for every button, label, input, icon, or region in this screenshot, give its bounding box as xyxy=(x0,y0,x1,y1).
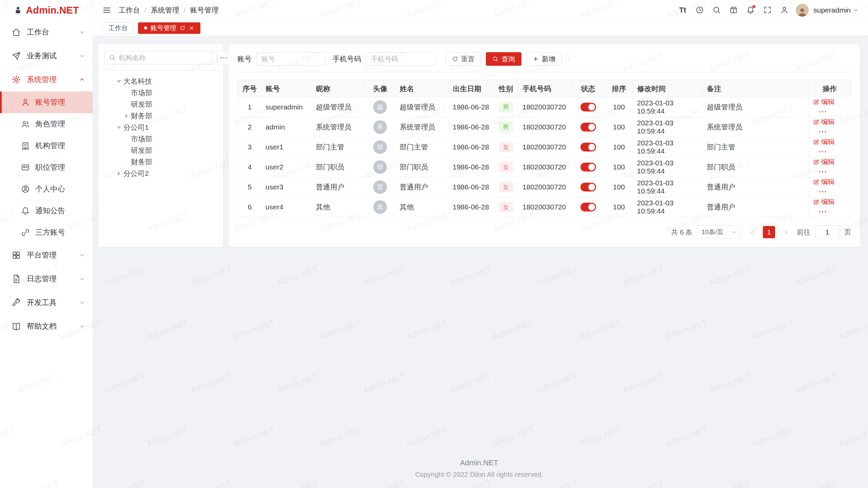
logo[interactable]: Admin.NET xyxy=(0,0,93,20)
sidebar-item-account-mgmt[interactable]: 账号管理 xyxy=(0,92,93,113)
account-panel: 账号 手机号码 重置 查询 新增 xyxy=(229,44,860,247)
tree-caret-icon[interactable] xyxy=(122,100,131,109)
sidebar-item-help[interactable]: 帮助文档 xyxy=(0,314,93,338)
sidebar-item-sysmgmt[interactable]: 系统管理 xyxy=(0,68,93,92)
sidebar-item-workbench[interactable]: 工作台 xyxy=(0,20,93,44)
status-toggle[interactable] xyxy=(580,203,596,211)
gift-icon[interactable] xyxy=(726,3,741,18)
chevron-down-icon xyxy=(79,252,85,258)
prev-page-button[interactable] xyxy=(746,226,758,238)
status-toggle[interactable] xyxy=(580,103,596,111)
tree-caret-icon[interactable] xyxy=(122,146,131,155)
breadcrumb-item[interactable]: 工作台 xyxy=(119,5,140,15)
table-header: 序号 账号 昵称 头像 姓名 出生日期 性别 手机号码 状态 排序 修改时间 xyxy=(238,80,851,97)
pagination-total: 共 6 条 xyxy=(671,228,692,237)
page-size-select[interactable]: 10条/页 xyxy=(697,225,741,239)
sidebar-item-personal-center[interactable]: 个人中心 xyxy=(0,178,93,200)
hamburger-icon[interactable] xyxy=(102,6,111,15)
edit-button[interactable]: 编辑 xyxy=(813,197,835,206)
user-icon xyxy=(21,98,30,107)
cell-nickname: 普通用户 xyxy=(312,177,364,197)
avatar[interactable] xyxy=(796,4,809,17)
edit-button[interactable]: 编辑 xyxy=(813,157,835,166)
tree-caret-icon[interactable] xyxy=(115,169,123,178)
status-toggle[interactable] xyxy=(580,183,596,191)
font-size-icon[interactable]: Tt xyxy=(675,3,690,18)
sidebar-item-devtools[interactable]: 开发工具 xyxy=(0,291,93,314)
tree-node-label: 大名科技 xyxy=(123,77,152,86)
cell-phone: 18020030720 xyxy=(518,137,571,157)
tree-node[interactable]: 分公司1 xyxy=(104,122,217,133)
tree-caret-icon[interactable] xyxy=(115,77,123,86)
user-menu[interactable]: superadmin xyxy=(813,6,859,14)
row-more-button[interactable]: ⋯ xyxy=(818,126,827,137)
status-toggle[interactable] xyxy=(580,143,596,151)
refresh-icon[interactable] xyxy=(180,25,185,31)
row-more-button[interactable]: ⋯ xyxy=(818,166,827,177)
status-toggle[interactable] xyxy=(580,163,596,171)
sidebar-item-role-mgmt[interactable]: 角色管理 xyxy=(0,113,93,135)
edit-button[interactable]: 编辑 xyxy=(813,137,835,146)
breadcrumb-item[interactable]: 系统管理 xyxy=(151,5,179,15)
avatar: 部 xyxy=(373,160,387,174)
row-more-button[interactable]: ⋯ xyxy=(818,146,827,157)
tree-caret-icon[interactable] xyxy=(115,123,123,132)
tree-caret-icon[interactable] xyxy=(122,158,131,166)
sidebar-item-platform[interactable]: 平台管理 xyxy=(0,243,93,267)
tree-caret-icon[interactable] xyxy=(122,135,131,143)
cell-birthdate: 1986-06-28 xyxy=(449,197,493,217)
tree-node[interactable]: 市场部 xyxy=(104,87,217,99)
page-number-current[interactable]: 1 xyxy=(763,226,775,238)
cell-gender: 男 xyxy=(493,117,518,137)
close-icon[interactable] xyxy=(189,25,194,31)
pagination: 共 6 条 10条/页 1 前往 页 xyxy=(237,225,851,239)
user-icon[interactable] xyxy=(777,3,792,18)
tree-node[interactable]: 分公司2 xyxy=(104,168,217,179)
add-button[interactable]: 新增 xyxy=(526,52,562,66)
tree-node[interactable]: 市场部 xyxy=(104,133,217,145)
history-icon[interactable] xyxy=(692,3,707,18)
sidebar-item-label: 职位管理 xyxy=(35,162,65,172)
goto-page-input[interactable] xyxy=(815,225,840,239)
status-toggle[interactable] xyxy=(580,123,596,131)
reset-button[interactable]: 重置 xyxy=(446,52,481,66)
tree-node[interactable]: 大名科技 xyxy=(104,76,217,87)
search-button[interactable]: 查询 xyxy=(486,52,521,66)
chevron-down-icon xyxy=(79,29,85,35)
cell-phone: 18020030720 xyxy=(518,157,571,177)
tab-account-mgmt[interactable]: 账号管理 xyxy=(138,22,200,34)
cell-sort: 100 xyxy=(605,117,633,137)
building-icon xyxy=(21,141,30,150)
tab-workbench[interactable]: 工作台 xyxy=(102,22,134,34)
sidebar-item-notice[interactable]: 通知公告 xyxy=(0,200,93,222)
tree-node[interactable]: 研发部 xyxy=(104,99,217,110)
tree-node[interactable]: 研发部 xyxy=(104,145,217,156)
row-more-button[interactable]: ⋯ xyxy=(818,186,827,197)
edit-button[interactable]: 编辑 xyxy=(813,97,835,106)
sidebar-item-org-mgmt[interactable]: 机构管理 xyxy=(0,135,93,157)
tree-node[interactable]: 财务部 xyxy=(104,110,217,122)
sidebar-item-logs[interactable]: 日志管理 xyxy=(0,267,93,291)
sidebar-item-biztest[interactable]: 业务测试 xyxy=(0,44,93,68)
cell-index: 1 xyxy=(238,97,262,117)
edit-button[interactable]: 编辑 xyxy=(813,177,835,186)
tree-caret-icon[interactable] xyxy=(122,111,131,120)
fullscreen-icon[interactable] xyxy=(760,3,775,18)
cell-nickname: 部门职员 xyxy=(312,157,364,177)
cell-status xyxy=(571,197,605,217)
breadcrumb-item[interactable]: 账号管理 xyxy=(190,5,219,15)
search-icon[interactable] xyxy=(709,3,724,18)
sidebar-item-third-account[interactable]: 三方账号 xyxy=(0,222,93,243)
account-input[interactable] xyxy=(256,52,326,66)
sidebar-item-label: 机构管理 xyxy=(35,141,65,151)
sidebar-item-position-mgmt[interactable]: 职位管理 xyxy=(0,157,93,178)
tree-node[interactable]: 财务部 xyxy=(104,156,217,168)
org-search-input[interactable] xyxy=(119,54,209,62)
bell-icon[interactable] xyxy=(743,3,758,18)
tree-caret-icon[interactable] xyxy=(122,88,131,97)
next-page-button[interactable] xyxy=(780,226,792,238)
edit-button[interactable]: 编辑 xyxy=(813,117,835,126)
phone-input[interactable] xyxy=(366,52,435,66)
row-more-button[interactable]: ⋯ xyxy=(818,106,827,117)
row-more-button[interactable]: ⋯ xyxy=(818,206,827,217)
